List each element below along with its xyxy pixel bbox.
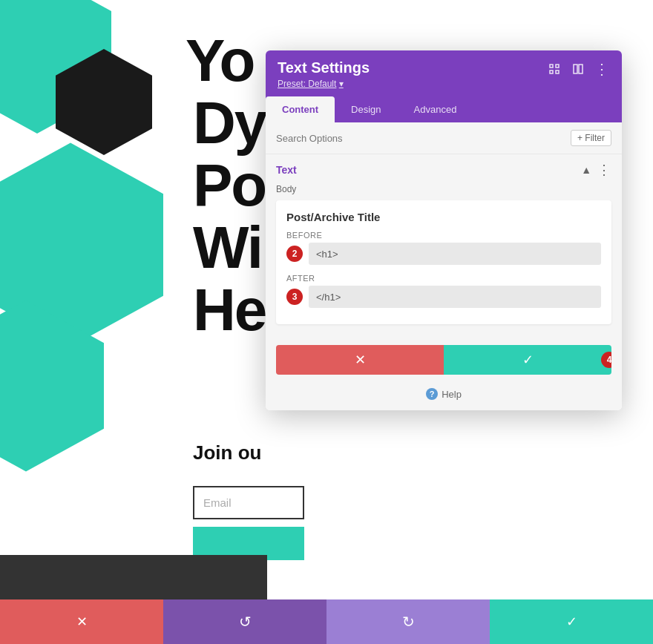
hex-teal-bottom-icon bbox=[0, 297, 104, 475]
footer-cancel-icon: ✕ bbox=[76, 614, 88, 630]
tab-content[interactable]: Content bbox=[266, 96, 335, 122]
modal-title: Text Settings bbox=[278, 59, 546, 76]
help-icon[interactable]: ? bbox=[426, 388, 438, 400]
svg-marker-1 bbox=[56, 49, 152, 155]
columns-icon[interactable] bbox=[570, 61, 586, 77]
action-buttons: ✕ ✓ 4 bbox=[276, 345, 611, 375]
search-input[interactable] bbox=[276, 133, 571, 144]
modal-header-icons: ⋮ bbox=[546, 59, 610, 77]
body-label: Body bbox=[276, 184, 611, 194]
confirm-icon: ✓ bbox=[522, 352, 534, 368]
modal-tabs: Content Design Advanced bbox=[266, 96, 622, 122]
join-text: Join ou bbox=[193, 441, 261, 464]
footer-redo-icon: ↻ bbox=[402, 613, 415, 631]
footer-save-icon: ✓ bbox=[566, 614, 577, 630]
cancel-button[interactable]: ✕ bbox=[276, 345, 444, 375]
tab-advanced[interactable]: Advanced bbox=[398, 96, 473, 122]
email-input[interactable]: Email bbox=[193, 486, 304, 519]
section-controls: ▲ ⋮ bbox=[581, 162, 611, 178]
fullscreen-icon[interactable] bbox=[546, 61, 562, 77]
modal-body: + Filter Text ▲ ⋮ Body Post/Archive Titl… bbox=[266, 122, 622, 410]
help-row: ? Help bbox=[266, 382, 622, 410]
filter-button[interactable]: + Filter bbox=[571, 130, 611, 146]
modal-title-group: Text Settings Preset: Default ▾ bbox=[278, 59, 546, 96]
cancel-icon: ✕ bbox=[355, 352, 366, 368]
section-title: Text bbox=[276, 164, 297, 176]
hex-black-icon bbox=[56, 48, 152, 156]
card-title: Post/Archive Title bbox=[286, 211, 601, 223]
footer-cancel-button[interactable]: ✕ bbox=[0, 599, 163, 644]
footer-undo-icon: ↺ bbox=[239, 613, 252, 631]
footer-redo-button[interactable]: ↻ bbox=[326, 599, 490, 644]
section-more-icon[interactable]: ⋮ bbox=[597, 162, 611, 178]
svg-marker-3 bbox=[0, 300, 104, 472]
svg-rect-8 bbox=[574, 65, 577, 73]
section-header: Text ▲ ⋮ bbox=[276, 162, 611, 178]
search-bar: + Filter bbox=[266, 122, 622, 154]
collapse-icon[interactable]: ▲ bbox=[581, 164, 591, 176]
post-archive-card: Post/Archive Title Before 2 After 3 bbox=[276, 200, 611, 324]
footer-photo-strip bbox=[0, 555, 267, 599]
footer-bar: ✕ ↺ ↻ ✓ bbox=[0, 599, 653, 644]
after-label: After bbox=[286, 274, 601, 283]
svg-rect-7 bbox=[556, 70, 559, 73]
tab-design[interactable]: Design bbox=[335, 96, 397, 122]
before-label: Before bbox=[286, 231, 601, 240]
after-field-row: 3 bbox=[286, 286, 601, 308]
before-input[interactable] bbox=[309, 243, 601, 265]
modal-header: Text Settings Preset: Default ▾ bbox=[266, 50, 622, 96]
footer-save-button[interactable]: ✓ bbox=[490, 599, 653, 644]
modal-preset[interactable]: Preset: Default ▾ bbox=[278, 79, 546, 96]
text-settings-modal: Text Settings Preset: Default ▾ bbox=[266, 50, 622, 410]
svg-rect-4 bbox=[550, 65, 553, 68]
before-field-row: 2 bbox=[286, 243, 601, 265]
step-3-badge: 3 bbox=[286, 289, 303, 305]
step-2-badge: 2 bbox=[286, 246, 303, 262]
text-section: Text ▲ ⋮ Body Post/Archive Title Before … bbox=[266, 154, 622, 339]
svg-rect-9 bbox=[579, 65, 583, 73]
help-label: Help bbox=[442, 389, 462, 400]
confirm-button[interactable]: ✓ bbox=[444, 345, 611, 375]
svg-rect-5 bbox=[556, 65, 559, 68]
more-options-icon[interactable]: ⋮ bbox=[594, 61, 610, 77]
svg-rect-6 bbox=[550, 70, 553, 73]
page-title: Yo Dy Po Wi He bbox=[186, 30, 266, 341]
after-input[interactable] bbox=[309, 286, 601, 308]
footer-undo-button[interactable]: ↺ bbox=[163, 599, 326, 644]
